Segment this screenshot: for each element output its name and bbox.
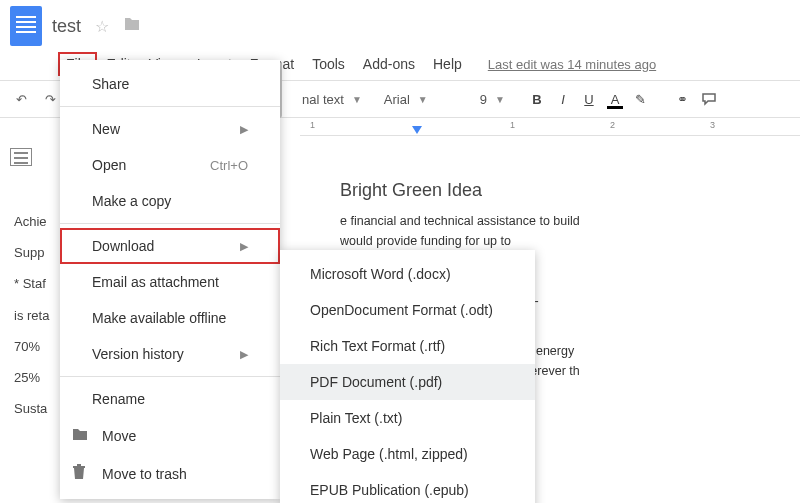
ruler-mark: 3 [710,120,715,130]
ruler-mark: 2 [610,120,615,130]
menu-tools[interactable]: Tools [304,52,353,76]
menu-item-download[interactable]: Download▶ [60,228,280,264]
ruler[interactable]: 1 1 2 3 [300,118,800,136]
menu-addons[interactable]: Add-ons [355,52,423,76]
submenu-item-pdf[interactable]: PDF Document (.pdf) [280,364,535,400]
highlight-button[interactable]: ✎ [629,87,653,111]
paragraph-style-select[interactable]: nal text ▼ [294,88,370,111]
indent-marker-icon[interactable] [412,126,422,134]
star-icon[interactable]: ☆ [95,17,109,36]
submenu-item-txt[interactable]: Plain Text (.txt) [280,400,535,436]
last-edit-link[interactable]: Last edit was 14 minutes ago [488,57,656,72]
submenu-item-epub[interactable]: EPUB Publication (.epub) [280,472,535,503]
docs-logo-icon[interactable] [10,6,42,46]
font-value: Arial [384,92,410,107]
chevron-down-icon: ▼ [418,94,428,105]
chevron-right-icon: ▶ [240,123,248,136]
font-size-value: 9 [480,92,487,107]
text-color-button[interactable]: A [603,87,627,111]
paragraph-style-value: nal text [302,92,344,107]
outline-item-label[interactable]: Achie [14,206,49,237]
download-submenu: Microsoft Word (.docx) OpenDocument Form… [280,250,535,503]
menu-item-version-history[interactable]: Version history▶ [60,336,280,372]
shortcut-label: Ctrl+O [210,158,248,173]
submenu-item-odt[interactable]: OpenDocument Format (.odt) [280,292,535,328]
file-menu-dropdown: Share New▶ OpenCtrl+O Make a copy Downlo… [60,60,280,499]
trash-icon [72,464,90,483]
body-line: e financial and technical assistance to … [340,211,790,231]
chevron-down-icon: ▼ [352,94,362,105]
menu-help[interactable]: Help [425,52,470,76]
menu-item-move[interactable]: Move [60,417,280,454]
outline-item-label[interactable]: 25% [14,362,49,393]
ruler-mark: 1 [310,120,315,130]
redo-button[interactable]: ↷ [39,88,62,111]
menu-item-open[interactable]: OpenCtrl+O [60,147,280,183]
document-title[interactable]: test [52,16,81,37]
submenu-item-docx[interactable]: Microsoft Word (.docx) [280,256,535,292]
ruler-mark: 1 [510,120,515,130]
underline-button[interactable]: U [577,87,601,111]
menu-item-offline[interactable]: Make available offline [60,300,280,336]
menu-item-share[interactable]: Share [60,66,280,102]
menu-item-new[interactable]: New▶ [60,111,280,147]
insert-link-button[interactable]: ⚭ [671,87,695,111]
folder-icon[interactable] [123,16,141,36]
outline-item-label[interactable]: Susta [14,393,49,424]
document-heading: Bright Green Idea [340,176,790,205]
menu-item-email[interactable]: Email as attachment [60,264,280,300]
font-select[interactable]: Arial ▼ [376,88,466,111]
undo-button[interactable]: ↶ [10,88,33,111]
font-size-select[interactable]: 9 ▼ [472,88,513,111]
outline-item-label[interactable]: is reta [14,300,49,331]
outline-item-label[interactable]: Supp [14,237,49,268]
bold-button[interactable]: B [525,87,549,111]
body-line: would provide funding for up to [340,231,790,251]
outline-item-label[interactable]: 70% [14,331,49,362]
chevron-right-icon: ▶ [240,348,248,361]
folder-icon [72,427,90,444]
outline-item-label[interactable]: * Staf [14,268,49,299]
insert-comment-button[interactable] [697,87,721,111]
submenu-item-html[interactable]: Web Page (.html, zipped) [280,436,535,472]
menu-item-trash[interactable]: Move to trash [60,454,280,493]
menu-item-rename[interactable]: Rename [60,381,280,417]
document-outline: Achie Supp * Staf is reta 70% 25% Susta [14,186,49,424]
chevron-down-icon: ▼ [495,94,505,105]
menu-item-make-copy[interactable]: Make a copy [60,183,280,219]
outline-toggle-icon[interactable] [10,148,32,166]
chevron-right-icon: ▶ [240,240,248,253]
italic-button[interactable]: I [551,87,575,111]
submenu-item-rtf[interactable]: Rich Text Format (.rtf) [280,328,535,364]
